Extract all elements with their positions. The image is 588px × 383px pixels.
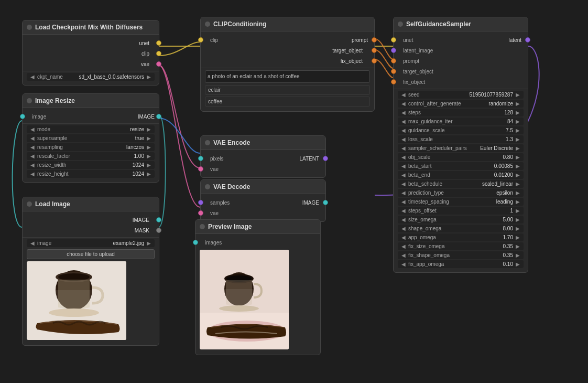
node-title-load-checkpoint: Load Checkpoint Mix With Diffusers [35,24,143,31]
socket-in-image[interactable] [20,114,25,119]
socket-out-image[interactable] [156,114,161,119]
tag-eclair[interactable]: eclair [205,85,370,95]
socket-out-image-vae[interactable] [323,200,328,205]
output-vae-label: vae [141,61,149,67]
socket-out-latent[interactable] [323,156,328,161]
node-status-dot [205,140,210,145]
load-image-preview [27,261,155,340]
socket-out-vae[interactable] [156,61,161,67]
socket-in-vae-decode[interactable] [198,210,203,216]
ctrl-steps-offset[interactable]: ◀ steps_offset 1 ▶ [398,207,524,215]
node-title-vae-encode: VAE Encode [213,139,250,146]
ctrl-beta-schedule[interactable]: ◀ beta_schedule scaled_linear ▶ [398,180,524,188]
svg-point-11 [219,305,259,312]
input-samples-label: samples [210,200,302,206]
tag-coffee[interactable]: coffee [205,97,370,107]
socket-in-fix-obj[interactable] [391,79,396,84]
control-resize-width[interactable]: ◀ resize_width 1024 ▶ [27,161,155,169]
ctrl-beta-start[interactable]: ◀ beta_start 0.00085 ▶ [398,162,524,170]
control-resampling[interactable]: ◀ resampling lanczos ▶ [27,143,155,151]
ctrl-app-omega[interactable]: ◀ app_omega 1.70 ▶ [398,233,524,241]
ctrl-value-image-name: example2.jpg [113,240,145,246]
output-mask-text: MASK [135,228,149,233]
ctrl-seed[interactable]: ◀ seed 519501077859287 ▶ [398,91,524,99]
node-status-dot [200,224,205,229]
control-supersample[interactable]: ◀ supersample true ▶ [27,134,155,142]
output-image-text: IMAGE [133,217,149,223]
socket-in-vae-encode[interactable] [198,166,203,172]
output-latent-label: LATENT [299,156,319,162]
eclair-svg [27,261,126,340]
ctrl-label-ckpt: ckpt_name [36,74,79,80]
node-header-load-checkpoint: Load Checkpoint Mix With Diffusers [23,20,159,35]
ctrl-value-ckpt: sd_xl_base_0.0.safetensors [79,74,145,80]
ctrl-sampler-scheduler[interactable]: ◀ sampler_scheduler_pairs Euler Discrete… [398,144,524,152]
control-image-name[interactable]: ◀ image example2.jpg ▶ [27,239,155,247]
socket-out-mask[interactable] [156,228,161,233]
node-status-dot [27,25,32,30]
node-self-guidance: SelfGuidanceSampler unet latent latent_i… [393,17,528,273]
control-resize-height[interactable]: ◀ resize_height 1024 ▶ [27,170,155,178]
ctrl-control-after[interactable]: ◀ control_after_generate randomize ▶ [398,100,524,108]
socket-out-fix[interactable] [372,58,377,63]
node-status-dot [27,201,32,207]
socket-out-latent-sg[interactable] [525,37,530,42]
node-header-clip: CLIPConditioning [201,17,374,31]
ctrl-shape-omega[interactable]: ◀ shape_omega 8.00 ▶ [398,225,524,232]
socket-in-latent-image[interactable] [391,48,396,53]
ctrl-max-guidance[interactable]: ◀ max_guidance_iter 84 ▶ [398,118,524,125]
ctrl-left-arrow[interactable]: ◀ [29,74,36,80]
socket-out-image-load[interactable] [156,217,161,222]
sg-input-unet: unet [403,37,509,43]
upload-button[interactable]: choose file to upload [27,249,155,259]
socket-in-samples[interactable] [198,200,203,205]
sg-input-latent: latent_image [403,48,524,54]
socket-out-prompt[interactable] [372,37,377,42]
control-mode[interactable]: ◀ mode resize ▶ [27,125,155,133]
input-images-label: images [205,240,316,246]
ctrl-prediction-type[interactable]: ◀ prediction_type epsilon ▶ [398,189,524,197]
node-load-image: Load Image IMAGE MASK ◀ image example2.j… [22,197,159,346]
svg-point-3 [58,273,90,281]
node-status-dot [205,22,210,27]
ctrl-timestep-spacing[interactable]: ◀ timestep_spacing leading ▶ [398,198,524,206]
input-vae-label: vae [210,166,321,172]
node-vae-encode: VAE Encode pixels LATENT vae [200,135,326,178]
preview-eclair-image [200,250,289,349]
socket-out-unet[interactable] [156,40,161,46]
node-status-dot [398,22,403,27]
socket-in-clip[interactable] [198,37,203,42]
ctrl-fix-size-omega[interactable]: ◀ fix_size_omega 0.35 ▶ [398,242,524,250]
ctrl-size-omega[interactable]: ◀ size_omega 5.00 ▶ [398,216,524,224]
ctrl-beta-end[interactable]: ◀ beta_end 0.01200 ▶ [398,171,524,179]
node-title-image-resize: Image Resize [35,97,75,104]
ctrl-right-arrow[interactable]: ▶ [145,74,153,80]
prompt-text-area[interactable]: a photo of an eclair and a shot of coffe… [205,70,370,83]
socket-out-target[interactable] [372,48,377,53]
socket-in-unet[interactable] [391,37,396,42]
ctrl-obj-scale[interactable]: ◀ obj_scale 0.80 ▶ [398,153,524,161]
node-graph-canvas: Load Checkpoint Mix With Diffusers unet … [0,0,588,383]
preview-image-display [200,250,316,349]
ctrl-steps[interactable]: ◀ steps 128 ▶ [398,109,524,116]
node-status-dot [27,98,32,103]
ctrl-guidance-scale[interactable]: ◀ guidance_scale 7.5 ▶ [398,126,524,134]
socket-in-target-obj[interactable] [391,69,396,74]
output-clip-label: clip [141,51,149,57]
sg-input-fix: fix_object [403,79,524,85]
input-image-label: image [32,114,138,120]
socket-out-clip[interactable] [156,51,161,56]
node-header-load-image: Load Image [23,197,159,211]
node-status-dot [205,184,210,189]
ctrl-loss-scale[interactable]: ◀ loss_scale 1.3 ▶ [398,135,524,143]
ctrl-fix-app-omega[interactable]: ◀ fix_app_omega 0.10 ▶ [398,260,524,268]
socket-in-images[interactable] [193,240,198,245]
socket-in-prompt[interactable] [391,58,396,63]
control-rescale-factor[interactable]: ◀ rescale_factor 1.00 ▶ [27,152,155,160]
socket-in-pixels[interactable] [198,156,203,161]
ctrl-fix-shape-omega[interactable]: ◀ fix_shape_omega 0.35 ▶ [398,251,524,259]
output-prompt-label: prompt [352,37,368,43]
control-ckpt-name[interactable]: ◀ ckpt_name sd_xl_base_0.0.safetensors ▶ [27,73,155,81]
node-image-resize: Image Resize image IMAGE ◀ mode resize ▶… [22,93,159,183]
node-header-preview: Preview Image [195,220,320,234]
